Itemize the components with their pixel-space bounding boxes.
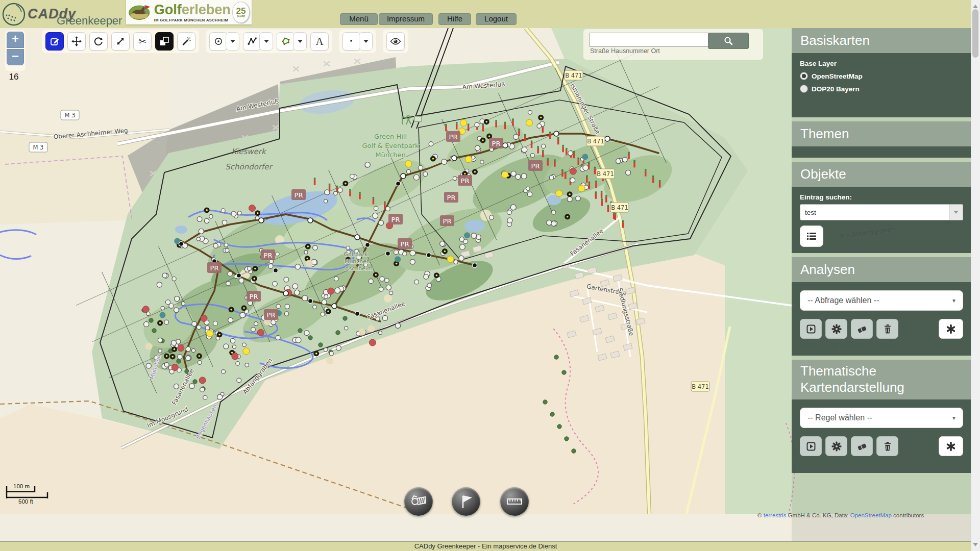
text-tool-button[interactable]: A <box>310 32 329 51</box>
svg-text:B 471: B 471 <box>692 383 709 390</box>
eye-icon <box>390 37 401 45</box>
flag-button[interactable] <box>452 487 480 516</box>
svg-text:PR: PR <box>492 140 501 147</box>
camera-button[interactable] <box>404 487 433 516</box>
entry-search-combobox[interactable]: test <box>800 204 963 220</box>
draw-polygon-button[interactable] <box>277 32 295 51</box>
address-search-button[interactable] <box>708 33 749 49</box>
section-header-basiskarten: Basiskarten <box>792 28 971 53</box>
menu-button[interactable]: Menü <box>340 13 378 25</box>
section-header-analysen[interactable]: Analysen <box>792 257 971 282</box>
point-style-button[interactable] <box>342 32 361 51</box>
thematik-panel: -- Regel wählen -- ▼ <box>792 399 971 473</box>
eraser-icon <box>856 324 868 334</box>
clear-result-button[interactable] <box>851 319 873 339</box>
svg-text:M 3: M 3 <box>33 144 44 151</box>
svg-text:PR: PR <box>250 293 258 300</box>
section-header-objekte[interactable]: Objekte <box>792 162 971 187</box>
clear-rule-button[interactable] <box>851 436 873 456</box>
object-list-button[interactable] <box>800 226 823 247</box>
radio-icon[interactable] <box>800 85 808 93</box>
style-tool-group <box>339 30 376 53</box>
section-header-thematik[interactable]: Thematische Kartendarstellung <box>792 360 971 399</box>
svg-text:PR: PR <box>461 177 470 185</box>
search-icon <box>723 36 733 46</box>
scroll-down-icon[interactable] <box>973 543 978 549</box>
logo-erleben: erleben <box>182 2 231 17</box>
rule-settings-button[interactable] <box>825 436 847 456</box>
list-icon <box>806 232 817 241</box>
zoom-out-button[interactable]: − <box>7 49 24 65</box>
regel-select[interactable]: -- Regel wählen -- ▼ <box>800 408 963 428</box>
scale-bar: 100 m 500 ft <box>5 482 66 508</box>
delete-query-button[interactable] <box>876 319 898 339</box>
combo-dropdown-button[interactable] <box>949 205 963 220</box>
resize-tool-button[interactable] <box>111 32 130 51</box>
baselayer-option-osm[interactable]: OpenStreetMap <box>800 72 963 80</box>
gear-icon <box>831 324 842 334</box>
golferleben-emblem-icon <box>128 2 152 23</box>
run-query-button[interactable] <box>800 319 822 339</box>
eraser-icon <box>856 441 868 452</box>
hilfe-button[interactable]: Hilfe <box>438 13 471 25</box>
attribution-link-terrestris[interactable]: terrestris <box>764 512 787 518</box>
small-dot-icon <box>348 38 355 45</box>
visibility-button[interactable] <box>386 32 405 51</box>
scrollbar-thumb[interactable] <box>972 9 978 58</box>
move-tool-button[interactable] <box>67 32 86 51</box>
magic-wand-icon <box>181 36 191 46</box>
objekte-panel: Eintrag suchen: test <box>792 187 971 253</box>
point-icon <box>214 37 223 46</box>
measure-button[interactable] <box>500 487 529 516</box>
draw-line-button[interactable] <box>243 32 261 51</box>
style-dropdown-button[interactable] <box>359 32 373 51</box>
flag-icon <box>457 493 475 510</box>
zoom-control: + − <box>5 30 26 71</box>
new-query-button[interactable] <box>939 319 963 339</box>
invert-selection-button[interactable] <box>155 32 174 51</box>
cut-tool-button[interactable]: ✂ <box>133 32 152 51</box>
delete-rule-button[interactable] <box>876 436 898 456</box>
chevron-down-icon: ▼ <box>951 298 963 304</box>
rotate-tool-button[interactable] <box>89 32 108 51</box>
caddy-logo: CADdy Greenkeeper <box>1 1 122 27</box>
ruler-icon <box>506 493 523 510</box>
line-dropdown-button[interactable] <box>259 32 273 51</box>
scale-metric-label: 100 m <box>13 483 30 489</box>
new-rule-button[interactable] <box>939 436 963 456</box>
scroll-up-icon[interactable] <box>973 2 978 8</box>
draw-tool-group: A <box>206 30 332 53</box>
address-search-input[interactable] <box>590 33 710 47</box>
draw-point-button[interactable] <box>209 32 228 51</box>
section-header-themen[interactable]: Themen <box>792 121 971 146</box>
polygon-dropdown-button[interactable] <box>293 32 307 51</box>
zoom-level-indicator: 16 <box>6 72 21 82</box>
app-footer: CADdy Greenkeeper - Ein mapservice.de Di… <box>0 541 971 551</box>
abfrage-select[interactable]: -- Abfrage wählen -- ▼ <box>800 290 963 311</box>
logout-button[interactable]: Logout <box>476 13 517 25</box>
query-settings-button[interactable] <box>825 319 847 339</box>
pencil-square-icon <box>50 36 60 46</box>
label-golfpark: München <box>345 258 370 265</box>
visibility-tool-group <box>383 30 408 53</box>
text-icon: A <box>315 35 323 48</box>
label-kieswerk: Schöndorfer <box>225 162 273 171</box>
svg-text:B 471: B 471 <box>611 204 628 211</box>
point-dropdown-button[interactable] <box>226 32 239 51</box>
svg-text:PR: PR <box>443 217 452 225</box>
run-rule-button[interactable] <box>800 436 822 456</box>
radio-icon[interactable] <box>800 72 808 80</box>
browser-scrollbar[interactable] <box>971 0 980 551</box>
svg-text:PR: PR <box>264 252 273 259</box>
svg-text:PR: PR <box>447 194 456 202</box>
gear-icon <box>831 441 842 452</box>
chevron-down-icon <box>230 40 235 45</box>
caddy-greenkeeper-app: { "header": { "logo": { "caddy": "CADdy"… <box>0 0 980 551</box>
zoom-in-button[interactable]: + <box>7 32 24 48</box>
svg-text:PR: PR <box>267 311 276 319</box>
magic-wand-button[interactable] <box>177 32 195 51</box>
impressum-button[interactable]: Impressum <box>379 13 433 25</box>
edit-tool-button[interactable] <box>45 32 64 51</box>
themen-panel <box>792 146 971 158</box>
baselayer-option-dop20[interactable]: DOP20 Bayern <box>800 85 963 93</box>
